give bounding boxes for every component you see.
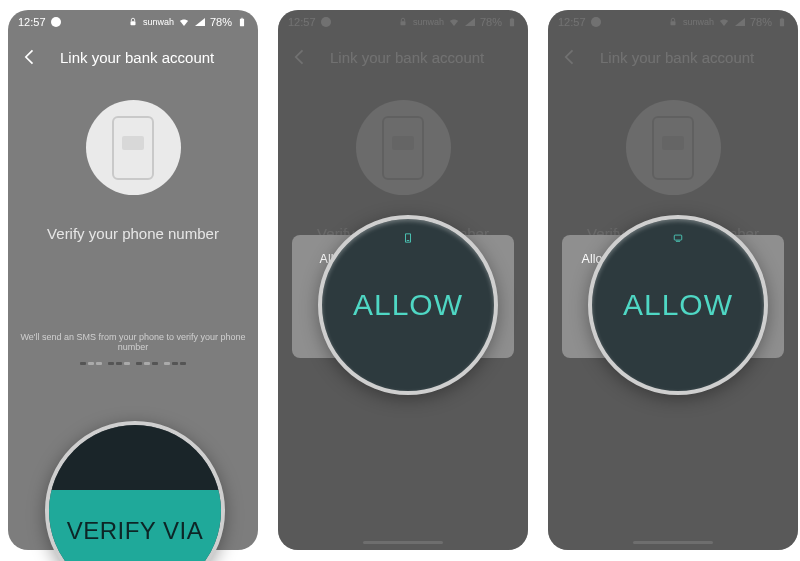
app-bar: Link your bank account (548, 34, 798, 80)
svg-point-4 (321, 17, 331, 27)
status-battery: 78% (210, 16, 232, 28)
status-battery: 78% (750, 16, 772, 28)
app-bar: Link your bank account (278, 34, 528, 80)
battery-icon (776, 16, 788, 28)
svg-point-8 (591, 17, 601, 27)
wifi-icon (448, 16, 460, 28)
deny-button[interactable] (306, 336, 309, 348)
svg-rect-3 (241, 18, 243, 19)
signal-icon (194, 16, 206, 28)
status-time: 12:57 (288, 16, 316, 28)
phone-number-placeholder (80, 362, 186, 365)
spotify-icon (50, 16, 62, 28)
svg-rect-10 (780, 19, 784, 27)
battery-icon (236, 16, 248, 28)
sms-permission-icon (673, 229, 683, 239)
allow-button-label[interactable]: ALLOW (353, 288, 463, 322)
deny-button[interactable] (576, 336, 579, 348)
phone-illustration (356, 100, 451, 195)
lock-icon (667, 16, 679, 28)
page-title: Link your bank account (60, 49, 214, 66)
svg-rect-12 (674, 235, 682, 240)
verify-heading: Verify your phone number (47, 225, 219, 242)
lock-icon (127, 16, 139, 28)
svg-rect-6 (510, 19, 514, 27)
page-title: Link your bank account (330, 49, 484, 66)
battery-icon (506, 16, 518, 28)
magnifier-allow-phone: ALLOW (318, 215, 498, 395)
svg-rect-7 (511, 18, 513, 19)
status-carrier: sunwah (143, 17, 174, 27)
home-indicator[interactable] (363, 541, 443, 544)
allow-button-label[interactable]: ALLOW (623, 288, 733, 322)
back-arrow-icon[interactable] (560, 47, 580, 67)
signal-icon (464, 16, 476, 28)
magnifier-allow-sms: ALLOW (588, 215, 768, 395)
svg-rect-9 (670, 21, 675, 25)
status-carrier: sunwah (413, 17, 444, 27)
wifi-icon (718, 16, 730, 28)
allow-button[interactable] (497, 336, 500, 348)
verify-note: We'll send an SMS from your phone to ver… (8, 332, 258, 352)
back-arrow-icon[interactable] (20, 47, 40, 67)
app-bar: Link your bank account (8, 34, 258, 80)
spotify-icon (590, 16, 602, 28)
status-bar: 12:57 sunwah 78% (278, 10, 528, 34)
wifi-icon (178, 16, 190, 28)
phone-illustration (86, 100, 181, 195)
svg-rect-1 (130, 21, 135, 25)
verify-via-sms-label[interactable]: VERIFY VIA (49, 490, 221, 561)
back-arrow-icon[interactable] (290, 47, 310, 67)
svg-rect-11 (781, 18, 783, 19)
status-bar: 12:57 sunwah 78% (8, 10, 258, 34)
status-battery: 78% (480, 16, 502, 28)
phone-permission-icon (403, 229, 413, 239)
status-time: 12:57 (558, 16, 586, 28)
page-title: Link your bank account (600, 49, 754, 66)
phone-illustration (626, 100, 721, 195)
svg-rect-2 (240, 19, 244, 27)
status-time: 12:57 (18, 16, 46, 28)
signal-icon (734, 16, 746, 28)
svg-rect-5 (400, 21, 405, 25)
svg-point-0 (51, 17, 61, 27)
status-bar: 12:57 sunwah 78% (548, 10, 798, 34)
home-indicator[interactable] (633, 541, 713, 544)
lock-icon (397, 16, 409, 28)
allow-button[interactable] (767, 336, 770, 348)
spotify-icon (320, 16, 332, 28)
status-carrier: sunwah (683, 17, 714, 27)
